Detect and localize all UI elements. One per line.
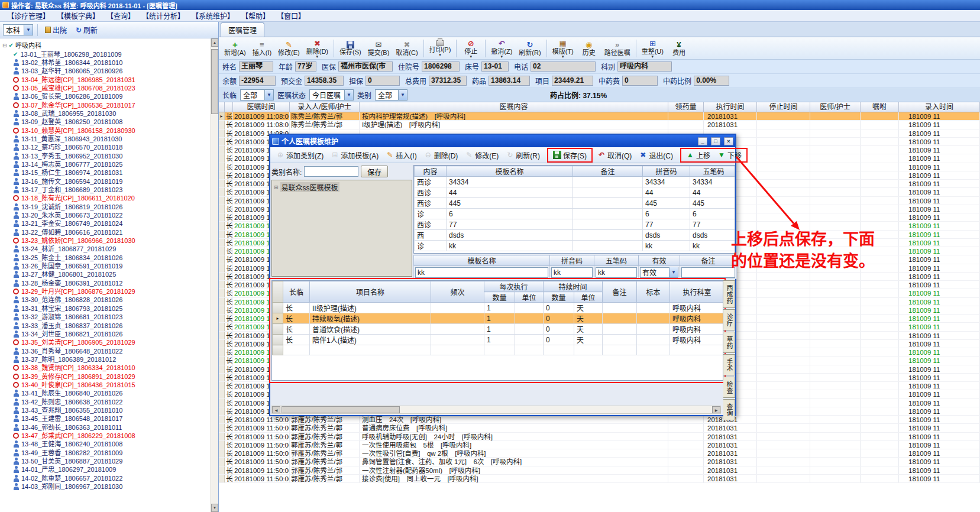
patient-item[interactable]: 13-41_陈辰生_1806840_20181026 [0, 389, 211, 397]
expand-icon[interactable]: ⊞ [274, 184, 279, 190]
dialog-edit-button[interactable]: ✎修改(E) [461, 150, 502, 161]
patient-item[interactable]: 14-02_陈重楚_1806657_20181022 [0, 474, 211, 482]
stop-button[interactable]: ⊘停止▾ [459, 38, 483, 59]
scroll-right-icon[interactable]: ▶ [712, 406, 720, 413]
dialog-add-category-button[interactable]: ⊕添加类别(Z) [273, 150, 327, 161]
patient-item[interactable]: 13-07_陈金华[CP]_1806536_20181017 [0, 101, 211, 109]
refresh-button[interactable]: ↻刷新(R) [516, 40, 544, 57]
dialog-add-template-button[interactable]: ⊞添加模板(A) [327, 150, 382, 161]
submit-button[interactable]: ✉提交(B) [365, 40, 393, 57]
patient-item[interactable]: 13-22_傅如碧_1806616_20181021 [0, 228, 211, 236]
patient-item[interactable]: 13-45_王建雷_1806548_20181017 [0, 414, 211, 423]
patient-item[interactable]: 14-03_郑刚同_1806967_20181030 [0, 482, 211, 491]
template-tree-root[interactable]: ⊞ 易联众ss医嘱模板 [274, 182, 339, 192]
scroll-left-icon[interactable]: ◀ [272, 406, 280, 413]
patient-item[interactable]: 13-13_李秀玉_1806952_20181030 [0, 151, 211, 160]
patient-item[interactable]: 13-25_陈金土_1806834_20181026 [0, 254, 211, 262]
save-button[interactable]: 保存(S) [337, 40, 364, 56]
category-tab-4[interactable]: 手术 [723, 354, 735, 375]
order-row[interactable]: ▸长20181009 11:08:00陈秀兰/陈秀兰/郭按内科护理常规(描述) … [219, 112, 980, 121]
note-input[interactable] [681, 267, 735, 278]
chevron-down-icon[interactable]: ▼ [669, 267, 678, 277]
chevron-down-icon[interactable]: ▼ [344, 90, 353, 100]
scrollbar-thumb[interactable] [211, 49, 218, 114]
dialog-save-button[interactable]: 保存(S) [549, 150, 590, 161]
patient-item[interactable]: 13-24_林沂_1806877_20181029 [0, 245, 211, 253]
category-tab-5[interactable]: 检查 [723, 377, 735, 398]
patient-item[interactable]: 13-31_林宝宋_1806793_20181025 [0, 304, 211, 313]
patient-item[interactable]: 13-20_朱水英_1806673_20181022 [0, 211, 211, 219]
type-filter-combo[interactable]: 全部 ▼ [375, 89, 407, 101]
dialog-insert-button[interactable]: ✎插入(I) [382, 150, 420, 161]
patient-item[interactable]: 13-33_潘玉贞_1806837_20181026 [0, 321, 211, 329]
patient-item[interactable]: 13-46_郭劲长_1806363_20181011 [0, 423, 211, 431]
patient-item[interactable]: 13-37_陈明_1806389_20181012 [0, 355, 211, 364]
chevron-down-icon[interactable]: ▼ [264, 90, 273, 100]
category-save-button[interactable]: 保存 [361, 166, 388, 177]
patient-item[interactable]: 13-02_林希茎_1806344_20181010 [0, 59, 211, 67]
tab-order-management[interactable]: 医嘱管理 [221, 22, 264, 37]
patient-item[interactable]: 13-05_戚宝雄[CP]_1806708_20181023 [0, 84, 211, 92]
dialog-titlebar[interactable]: 个人医嘱模板维护 _ □ × [270, 135, 735, 147]
minimize-button[interactable]: _ [698, 137, 707, 145]
order-row[interactable]: 长20181009 11:50:00郭雁苏/陈秀兰/郭一次性使用吸痰包 5根 [… [219, 441, 980, 449]
fee-button[interactable]: ¥费用 [667, 40, 691, 57]
template-row[interactable]: 西诊343343433434334 [415, 177, 736, 187]
patient-item[interactable]: 13-42_陈则忠_1806638_20181022 [0, 397, 211, 406]
dialog-move-down-button[interactable]: ▼下移 [714, 150, 745, 161]
template-name-input[interactable]: kk [415, 267, 548, 278]
collapse-icon[interactable]: ⊟ [2, 41, 7, 50]
dept-combo[interactable]: 本科 ▼ [3, 24, 33, 35]
status-filter-combo[interactable]: 今日医嘱 ▼ [309, 89, 354, 101]
patient-item[interactable]: 13-10_赖慧英[CP]_1806158_20180930 [0, 126, 211, 134]
patient-item[interactable]: 13-38_魏贤炳[CP]_1806334_20181010 [0, 364, 211, 372]
close-button[interactable]: × [724, 137, 733, 145]
menu-item[interactable]: 【诊疗管理】 [5, 10, 52, 21]
scroll-up-icon[interactable]: ▲ [211, 38, 218, 47]
patient-item[interactable]: 13-11_黄惠深_1806943_20181030 [0, 135, 211, 143]
patient-list-scrollbar[interactable]: ▲ ▼ [211, 38, 218, 512]
detail-row[interactable]: 长陪伴1人(描述)10天呼吸内科 [273, 335, 724, 345]
menu-item[interactable]: 【窗口】 [274, 10, 308, 21]
pinyin-input[interactable]: kk [551, 267, 593, 278]
template-row[interactable]: 西dsdsdsdsdsds [415, 230, 736, 241]
patient-item[interactable]: 13-32_游淑锦_1806681_20181023 [0, 313, 211, 321]
patient-item[interactable]: 13-09_赵登英_1806250_20181008 [0, 118, 211, 126]
patient-item[interactable]: 13-39_黄修存[CP]_1806891_20181029 [0, 372, 211, 380]
chevron-down-icon[interactable]: ▼ [24, 25, 33, 35]
category-tab-1[interactable]: 西成药 [723, 280, 735, 308]
patient-item[interactable]: 13-21_李金安_1806749_20181024 [0, 219, 211, 228]
patient-item[interactable]: 13-12_蔡巧珍_1806570_20181018 [0, 143, 211, 151]
order-row[interactable]: 长20181009 11:50:00郭雁苏/陈秀兰/郭一次性吸引管[自费] qw… [219, 449, 980, 458]
patient-item[interactable]: 13-26_陈国章_1806591_20181019 [0, 262, 211, 270]
patient-item[interactable]: 13-18_陈有光[CP]_1806611_20181020 [0, 194, 211, 202]
patient-item[interactable]: 13-43_查兆翔_1806355_20181010 [0, 406, 211, 414]
menu-item[interactable]: 【查询】 [104, 10, 137, 21]
maximize-button[interactable]: □ [711, 137, 720, 145]
template-row[interactable]: 诊666 [415, 209, 736, 219]
print-button[interactable]: 打印(P)▾ [426, 40, 454, 57]
chevron-down-icon[interactable]: ▼ [398, 90, 407, 100]
order-row[interactable]: 长20181009 11:50:00郭雁苏/陈秀兰/郭呼吸机辅助呼吸[无创] 2… [219, 433, 980, 441]
patient-item[interactable]: 13-35_刘美清[CP]_1806905_20181029 [0, 338, 211, 346]
detail-row[interactable]: ▸长持续吸氧(描述)10天呼吸内科 [273, 313, 724, 324]
delete-button[interactable]: ✖删除(D)▾ [303, 38, 331, 59]
dialog-move-up-button[interactable]: ▲上移 [683, 150, 714, 161]
new-button[interactable]: +新增(A) [221, 40, 249, 57]
patient-item[interactable]: 13-27_林健_1806801_20181025 [0, 270, 211, 278]
menu-item[interactable]: 【统计分析】 [140, 10, 187, 21]
template-button[interactable]: ▦模版(T)▾ [549, 38, 577, 59]
order-row[interactable]: 长20181009 11:50:00郭雁苏/陈秀兰/郭普通病房床位费 [呼吸内科… [219, 424, 980, 432]
edit-button[interactable]: ✎修改(E) [275, 40, 303, 57]
patient-item[interactable]: 13-23_姚依娇[CP]_1806966_20181030 [0, 236, 211, 245]
patient-item[interactable]: 13-30_范连佛_1806828_20181026 [0, 296, 211, 304]
scroll-down-icon[interactable]: ▼ [211, 504, 218, 512]
template-row[interactable]: 西诊445445445 [415, 198, 736, 209]
patient-item[interactable]: 13-17_丁金和_1806689_20181023 [0, 186, 211, 194]
patient-item[interactable]: 13-08_武瑞_1806955_20181030 [0, 109, 211, 118]
menu-item[interactable]: 【帮助】 [239, 10, 272, 21]
insert-button[interactable]: ≡插入(I) [250, 40, 274, 57]
rebuild-button[interactable]: ⊞重整(U)▾ [639, 38, 667, 59]
category-name-input[interactable] [304, 166, 358, 177]
template-row[interactable]: 西诊777777 [415, 219, 736, 230]
